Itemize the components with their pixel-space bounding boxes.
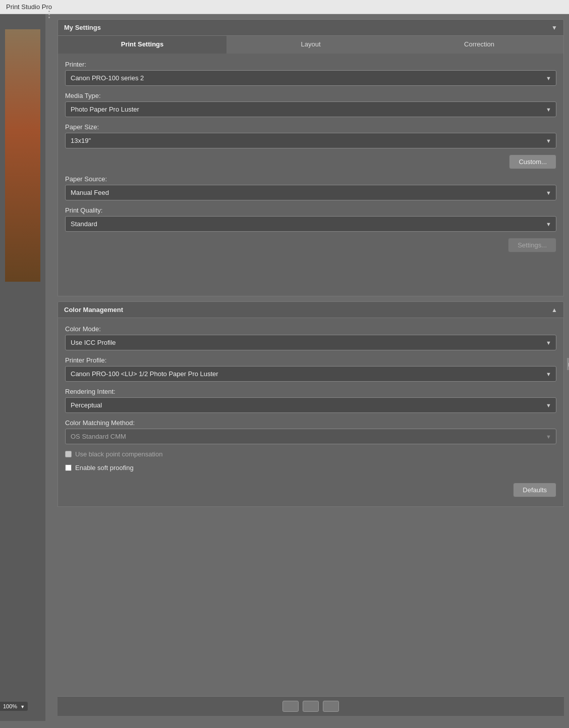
settings-tabs: Print Settings Layout Correction — [58, 36, 564, 54]
printer-select-wrapper: Canon PRO-100 series 2 ▼ — [65, 70, 556, 86]
thumbnail-image — [5, 29, 40, 282]
thumbnail-area — [5, 29, 40, 282]
tab-layout[interactable]: Layout — [226, 36, 395, 54]
color-management-body: Color Mode: Use ICC Profile ▼ Printer Pr… — [58, 318, 564, 507]
my-settings-header[interactable]: My Settings ▼ — [58, 19, 564, 36]
tab-correction[interactable]: Correction — [395, 36, 563, 54]
zoom-dropdown-icon[interactable]: ▼ — [20, 704, 25, 709]
color-mode-field: Color Mode: Use ICC Profile ▼ — [65, 325, 556, 350]
left-panel: 100% ▼ — [0, 14, 45, 721]
rendering-intent-field: Rendering Intent: Perceptual ▼ — [65, 388, 556, 413]
print-quality-field: Print Quality: Standard ▼ — [65, 206, 556, 232]
panel-drag-handle[interactable] — [45, 0, 52, 368]
settings-button-row: Settings... — [65, 238, 556, 252]
media-type-label: Media Type: — [65, 92, 556, 99]
printer-select[interactable]: Canon PRO-100 series 2 — [65, 70, 556, 86]
paper-source-select[interactable]: Manual Feed — [65, 185, 556, 200]
drag-dot-3 — [48, 17, 50, 18]
toolbar-btn-3[interactable] — [323, 701, 339, 712]
color-management-header[interactable]: Color Management ▲ — [58, 301, 564, 318]
black-point-row: Use black point compensation — [65, 450, 556, 458]
color-matching-select-wrapper: OS Standard CMM ▼ — [65, 429, 556, 444]
print-quality-select[interactable]: Standard — [65, 216, 556, 232]
paper-size-field: Paper Size: 13x19" ▼ — [65, 123, 556, 148]
printer-profile-select-wrapper: Canon PRO-100 <LU> 1/2 Photo Paper Pro L… — [65, 366, 556, 382]
paper-size-select-wrapper: 13x19" ▼ — [65, 133, 556, 148]
spacer — [65, 258, 556, 289]
media-type-field: Media Type: Photo Paper Pro Luster ▼ — [65, 92, 556, 117]
color-mode-label: Color Mode: — [65, 325, 556, 333]
section-gap — [58, 296, 564, 301]
drag-dot-2 — [48, 14, 50, 15]
toolbar-btn-1[interactable] — [282, 701, 299, 712]
color-mode-select-wrapper: Use ICC Profile ▼ — [65, 335, 556, 350]
custom-button-row: Custom... — [65, 154, 556, 169]
zoom-level: 100% — [3, 703, 17, 709]
defaults-button[interactable]: Defaults — [513, 483, 556, 497]
zoom-badge: 100% ▼ — [0, 702, 28, 711]
printer-profile-label: Printer Profile: — [65, 356, 556, 364]
black-point-label: Use black point compensation — [75, 450, 162, 458]
rendering-intent-select-wrapper: Perceptual ▼ — [65, 397, 556, 413]
my-settings-arrow: ▼ — [551, 24, 557, 31]
rendering-intent-select[interactable]: Perceptual — [65, 397, 556, 413]
printer-field: Printer: Canon PRO-100 series 2 ▼ — [65, 61, 556, 86]
printer-profile-field: Printer Profile: Canon PRO-100 <LU> 1/2 … — [65, 356, 556, 382]
media-type-select-wrapper: Photo Paper Pro Luster ▼ — [65, 101, 556, 117]
printer-profile-select[interactable]: Canon PRO-100 <LU> 1/2 Photo Paper Pro L… — [65, 366, 556, 382]
main-panel: My Settings ▼ Print Settings Layout Corr… — [52, 14, 569, 721]
printer-label: Printer: — [65, 61, 556, 68]
paper-size-select[interactable]: 13x19" — [65, 133, 556, 148]
soft-proofing-checkbox[interactable] — [65, 464, 72, 471]
color-management-title: Color Management — [64, 306, 123, 314]
toolbar-btn-2[interactable] — [303, 701, 319, 712]
paper-size-label: Paper Size: — [65, 123, 556, 131]
print-settings-body: Printer: Canon PRO-100 series 2 ▼ Media … — [58, 54, 564, 296]
custom-button[interactable]: Custom... — [509, 154, 556, 169]
soft-proofing-label: Enable soft proofing — [75, 464, 134, 472]
black-point-checkbox[interactable] — [65, 451, 72, 457]
color-matching-label: Color Matching Method: — [65, 419, 556, 427]
media-type-select[interactable]: Photo Paper Pro Luster — [65, 101, 556, 117]
drag-dot-1 — [48, 11, 50, 12]
color-matching-field: Color Matching Method: OS Standard CMM ▼ — [65, 419, 556, 444]
tab-print-settings[interactable]: Print Settings — [58, 36, 226, 54]
defaults-button-row: Defaults — [65, 478, 556, 499]
settings-button[interactable]: Settings... — [508, 238, 556, 252]
soft-proofing-row: Enable soft proofing — [65, 464, 556, 472]
rendering-intent-label: Rendering Intent: — [65, 388, 556, 395]
color-management-arrow: ▲ — [551, 306, 557, 314]
paper-source-field: Paper Source: Manual Feed ▼ — [65, 175, 556, 200]
paper-source-label: Paper Source: — [65, 175, 556, 183]
print-quality-label: Print Quality: — [65, 206, 556, 214]
print-quality-select-wrapper: Standard ▼ — [65, 216, 556, 232]
color-matching-select: OS Standard CMM — [65, 429, 556, 444]
title-bar: Print Studio Pro — [0, 0, 569, 14]
bottom-toolbar — [58, 696, 564, 716]
my-settings-title: My Settings — [64, 24, 101, 31]
color-mode-select[interactable]: Use ICC Profile — [65, 335, 556, 350]
collapse-arrow[interactable]: ▶ — [567, 358, 569, 370]
paper-source-select-wrapper: Manual Feed ▼ — [65, 185, 556, 200]
